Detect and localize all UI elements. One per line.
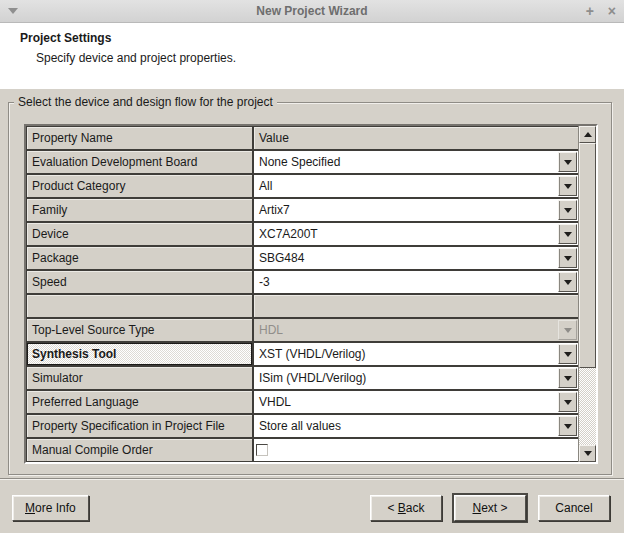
dropdown-value: SBG484 [254,251,304,265]
empty-value-cell [253,294,579,318]
column-header-value: Value [253,126,579,150]
synthesis-tool-dropdown[interactable]: XST (VHDL/Verilog) [253,342,579,366]
property-label: Device [26,222,253,246]
more-info-button[interactable]: More Info [12,495,89,521]
dropdown-value: -3 [254,275,270,289]
close-icon[interactable]: × [606,4,618,18]
chevron-down-icon [564,232,572,237]
chevron-down-icon [564,160,572,165]
dropdown-value: None Specified [254,155,340,169]
chevron-down-icon [564,280,572,285]
table-row: Family Artix7 [26,198,579,222]
property-label: Family [26,198,253,222]
package-dropdown[interactable]: SBG484 [253,246,579,270]
dropdown-arrow-button[interactable] [558,224,577,244]
column-header-property: Property Name [26,126,253,150]
table-row: Product Category All [26,174,579,198]
window-menu-icon[interactable] [8,8,18,14]
dropdown-value: XST (VHDL/Verilog) [254,347,365,361]
wizard-header: Project Settings Specify device and proj… [0,23,624,89]
dropdown-value: HDL [254,323,283,337]
scroll-down-button[interactable] [579,445,596,462]
chevron-down-icon [564,352,572,357]
property-label: Top-Level Source Type [26,318,253,342]
table-row: Top-Level Source Type HDL [26,318,579,342]
property-label: Evaluation Development Board [26,150,253,174]
chevron-down-icon [584,451,592,456]
simulator-dropdown[interactable]: ISim (VHDL/Verilog) [253,366,579,390]
table-row: Device XC7A200T [26,222,579,246]
chevron-down-icon [564,424,572,429]
back-button[interactable]: < Back [370,495,442,521]
dropdown-value: Store all values [254,419,341,433]
window-title: New Project Wizard [0,4,624,18]
dropdown-arrow-button[interactable] [558,344,577,364]
dropdown-arrow-button [558,320,577,340]
evaluation-board-dropdown[interactable]: None Specified [253,150,579,174]
cancel-button[interactable]: Cancel [538,495,610,521]
chevron-down-icon [564,376,572,381]
table-row: Manual Compile Order [26,438,579,462]
device-dropdown[interactable]: XC7A200T [253,222,579,246]
manual-compile-order-checkbox[interactable] [256,444,268,456]
top-level-source-type-dropdown: HDL [253,318,579,342]
dropdown-value: All [254,179,272,193]
dropdown-arrow-button[interactable] [558,392,577,412]
scrollbar-thumb[interactable] [579,143,596,368]
table-row: Package SBG484 [26,246,579,270]
chevron-down-icon [564,184,572,189]
property-label: Property Specification in Project File [26,414,253,438]
property-label: Preferred Language [26,390,253,414]
table-row: Evaluation Development Board None Specif… [26,150,579,174]
chevron-down-icon [564,328,572,333]
table-row-empty [26,294,579,318]
speed-dropdown[interactable]: -3 [253,270,579,294]
vertical-scrollbar[interactable] [578,126,596,462]
property-label: Product Category [26,174,253,198]
property-label: Package [26,246,253,270]
family-dropdown[interactable]: Artix7 [253,198,579,222]
property-label: Manual Compile Order [26,438,253,462]
dropdown-arrow-button[interactable] [558,152,577,172]
dropdown-arrow-button[interactable] [558,248,577,268]
table-row: Property Specification in Project File S… [26,414,579,438]
dropdown-value: ISim (VHDL/Verilog) [254,371,366,385]
dropdown-arrow-button[interactable] [558,368,577,388]
property-table: Property Name Value Evaluation Developme… [24,124,598,464]
product-category-dropdown[interactable]: All [253,174,579,198]
property-table-body: Property Name Value Evaluation Developme… [26,126,579,462]
dropdown-arrow-button[interactable] [558,272,577,292]
dropdown-arrow-button[interactable] [558,176,577,196]
scroll-up-button[interactable] [579,126,596,143]
groupbox-legend: Select the device and design flow for th… [14,95,277,109]
property-specification-dropdown[interactable]: Store all values [253,414,579,438]
dropdown-value: XC7A200T [254,227,318,241]
table-row: Simulator ISim (VHDL/Verilog) [26,366,579,390]
table-row: Preferred Language VHDL [26,390,579,414]
maximize-icon[interactable]: + [584,4,596,18]
chevron-down-icon [564,208,572,213]
dropdown-value: Artix7 [254,203,290,217]
next-button[interactable]: Next > [454,495,526,521]
page-subtitle: Specify device and project properties. [36,51,624,65]
manual-compile-order-cell [253,438,579,462]
property-label [26,294,253,318]
table-row: Speed -3 [26,270,579,294]
property-label: Speed [26,270,253,294]
titlebar[interactable]: New Project Wizard + × [0,0,624,23]
preferred-language-dropdown[interactable]: VHDL [253,390,579,414]
chevron-up-icon [584,132,592,137]
content-area: Select the device and design flow for th… [0,102,624,521]
table-row-selected: Synthesis Tool XST (VHDL/Verilog) [26,342,579,366]
button-row: More Info < Back Next > Cancel [0,480,624,521]
scrollbar-track[interactable] [579,368,596,445]
dropdown-arrow-button[interactable] [558,200,577,220]
dropdown-value: VHDL [254,395,291,409]
table-header-row: Property Name Value [26,126,579,150]
new-project-wizard-dialog: New Project Wizard + × Project Settings … [0,0,624,533]
page-title: Project Settings [20,31,624,45]
device-design-flow-groupbox: Select the device and design flow for th… [8,102,612,475]
property-label: Simulator [26,366,253,390]
chevron-down-icon [564,400,572,405]
dropdown-arrow-button[interactable] [558,416,577,436]
